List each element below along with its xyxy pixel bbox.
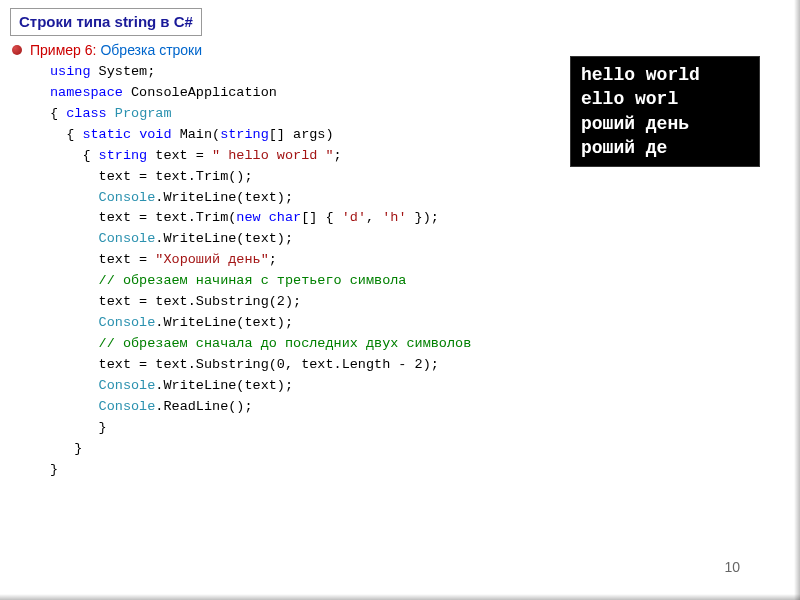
code-line: text = "Хороший день"; — [50, 250, 790, 271]
page-number: 10 — [724, 559, 740, 575]
code-line: text = text.Trim(); — [50, 167, 790, 188]
code-line: } — [50, 439, 790, 460]
code-line: Console.WriteLine(text); — [50, 313, 790, 334]
code-line: // обрезаем начиная с третьего символа — [50, 271, 790, 292]
slide-container: Строки типа string в C# Пример 6: Обрезк… — [0, 0, 800, 600]
code-line: Console.WriteLine(text); — [50, 188, 790, 209]
example-desc: Обрезка строки — [100, 42, 202, 58]
console-line: ello worl — [581, 87, 749, 111]
code-line: text = text.Trim(new char[] { 'd', 'h' }… — [50, 208, 790, 229]
console-line: hello world — [581, 63, 749, 87]
slide-shadow — [0, 594, 800, 600]
code-line: Console.ReadLine(); — [50, 397, 790, 418]
title-box: Строки типа string в C# — [10, 8, 202, 36]
code-line: text = text.Substring(0, text.Length - 2… — [50, 355, 790, 376]
bullet-icon — [12, 45, 22, 55]
code-line: Console.WriteLine(text); — [50, 376, 790, 397]
example-label: Пример 6: — [30, 42, 96, 58]
console-line: роший де — [581, 136, 749, 160]
slide-title: Строки типа string в C# — [19, 13, 193, 30]
console-output: hello world ello worl роший день роший д… — [570, 56, 760, 167]
code-line: text = text.Substring(2); — [50, 292, 790, 313]
code-line: Console.WriteLine(text); — [50, 229, 790, 250]
code-line: } — [50, 460, 790, 481]
code-line: // обрезаем сначала до последних двух си… — [50, 334, 790, 355]
slide-shadow — [794, 0, 800, 600]
console-line: роший день — [581, 112, 749, 136]
code-line: } — [50, 418, 790, 439]
